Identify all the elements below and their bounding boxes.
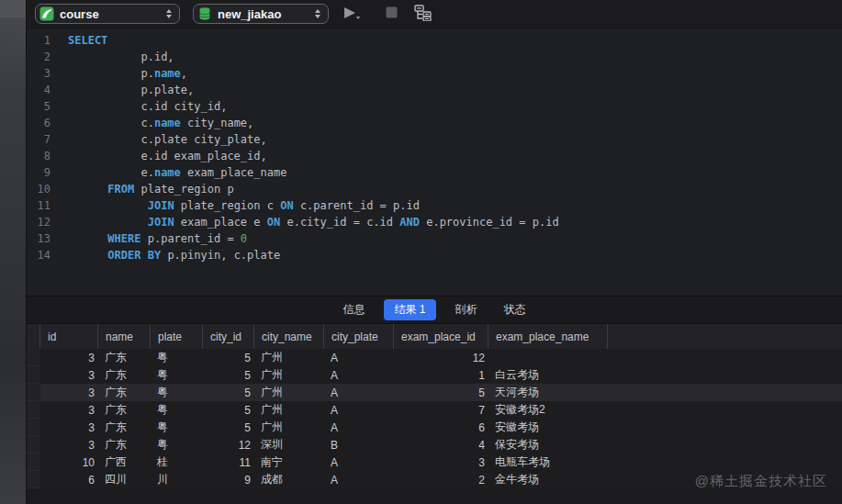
cell-exam_place_name[interactable]: 电瓶车考场 xyxy=(488,454,608,471)
cell-id[interactable]: 6 xyxy=(40,471,98,488)
cell-city_name[interactable]: 南宁 xyxy=(254,454,324,471)
cell-id[interactable]: 3 xyxy=(40,349,98,366)
code-line[interactable]: 1SELECT xyxy=(27,32,842,49)
column-header-city_plate[interactable]: city_plate xyxy=(324,324,394,349)
cell-exam_place_id[interactable]: 3 xyxy=(394,454,488,471)
sql-editor[interactable]: 1SELECT2 p.id,3 p.name,4 p.plate,5 c.id … xyxy=(27,28,842,296)
stop-button[interactable] xyxy=(386,6,398,21)
column-header-city_id[interactable]: city_id xyxy=(203,324,254,349)
code-line[interactable]: 8 e.id exam_place_id, xyxy=(27,148,842,164)
cell-plate[interactable]: 粤 xyxy=(151,419,203,436)
cell-exam_place_id[interactable]: 4 xyxy=(394,436,488,454)
cell-city_name[interactable]: 广州 xyxy=(254,384,324,401)
cell-city_plate[interactable]: A xyxy=(324,454,394,471)
table-row[interactable]: 6四川川9成都A2金牛考场 xyxy=(27,471,842,488)
cell-name[interactable]: 广东 xyxy=(98,419,151,436)
cell-exam_place_id[interactable]: 7 xyxy=(394,401,488,419)
tab-info[interactable]: 信息 xyxy=(335,299,372,320)
table-row[interactable]: 3广东粤5广州A12 xyxy=(27,349,842,366)
column-header-city_name[interactable]: city_name xyxy=(254,324,324,349)
cell-name[interactable]: 广东 xyxy=(98,436,151,454)
cell-city_plate[interactable]: A xyxy=(324,349,394,366)
cell-exam_place_id[interactable]: 6 xyxy=(394,419,488,436)
cell-city_id[interactable]: 9 xyxy=(203,471,254,488)
run-button[interactable] xyxy=(342,6,362,23)
code-line[interactable]: 14 ORDER BY p.pinyin, c.plate xyxy=(27,247,842,263)
cell-city_plate[interactable]: A xyxy=(324,366,394,384)
cell-name[interactable]: 广东 xyxy=(98,401,151,419)
cell-plate[interactable]: 粤 xyxy=(151,349,203,366)
connection-select[interactable]: course xyxy=(35,4,180,24)
cell-city_id[interactable]: 11 xyxy=(203,454,254,471)
cell-exam_place_name[interactable] xyxy=(488,349,608,366)
cell-city_name[interactable]: 广州 xyxy=(254,401,324,419)
cell-exam_place_name[interactable]: 保安考场 xyxy=(488,436,608,454)
cell-exam_place_name[interactable]: 安徽考场2 xyxy=(488,401,608,419)
cell-id[interactable]: 3 xyxy=(40,384,98,401)
cell-plate[interactable]: 桂 xyxy=(151,454,203,471)
column-header-plate[interactable]: plate xyxy=(151,324,203,349)
explain-plan-button[interactable] xyxy=(414,5,432,24)
cell-id[interactable]: 3 xyxy=(40,401,98,419)
cell-name[interactable]: 广东 xyxy=(98,366,151,384)
cell-exam_place_id[interactable]: 1 xyxy=(394,366,488,384)
cell-city_id[interactable]: 5 xyxy=(203,419,254,436)
cell-name[interactable]: 广东 xyxy=(98,349,151,366)
cell-name[interactable]: 广东 xyxy=(98,384,151,401)
cell-city_name[interactable]: 成都 xyxy=(254,471,324,488)
tab-profile[interactable]: 剖析 xyxy=(448,299,485,320)
code-line[interactable]: 6 c.name city_name, xyxy=(27,115,842,131)
schema-select[interactable]: new_jiakao xyxy=(193,4,329,24)
cell-city_plate[interactable]: A xyxy=(324,471,394,488)
cell-name[interactable]: 广西 xyxy=(98,454,151,471)
cell-plate[interactable]: 粤 xyxy=(151,436,203,454)
cell-plate[interactable]: 川 xyxy=(151,471,203,488)
cell-id[interactable]: 3 xyxy=(40,419,98,436)
cell-exam_place_id[interactable]: 2 xyxy=(394,471,488,488)
cell-id[interactable]: 10 xyxy=(40,454,98,471)
column-header-id[interactable]: id xyxy=(40,324,98,349)
cell-city_id[interactable]: 12 xyxy=(203,436,254,454)
table-row[interactable]: 3广东粤5广州A7安徽考场2 xyxy=(27,401,842,419)
table-row[interactable]: 10广西桂11南宁A3电瓶车考场 xyxy=(27,454,842,471)
tab-status[interactable]: 状态 xyxy=(497,299,533,320)
code-line[interactable]: 7 c.plate city_plate, xyxy=(27,131,842,148)
cell-city_name[interactable]: 广州 xyxy=(254,349,324,366)
column-header-name[interactable]: name xyxy=(98,324,151,349)
table-row[interactable]: 3广东粤12深圳B4保安考场 xyxy=(27,436,842,454)
cell-city_name[interactable]: 广州 xyxy=(254,419,324,436)
cell-exam_place_name[interactable]: 天河考场 xyxy=(488,384,608,401)
code-line[interactable]: 3 p.name, xyxy=(27,65,842,82)
cell-name[interactable]: 四川 xyxy=(98,471,151,488)
cell-city_plate[interactable]: B xyxy=(324,436,394,454)
cell-exam_place_name[interactable]: 白云考场 xyxy=(488,366,608,384)
code-line[interactable]: 10 FROM plate_region p xyxy=(27,181,842,197)
tab-result-1[interactable]: 结果 1 xyxy=(384,299,435,320)
code-line[interactable]: 4 p.plate, xyxy=(27,82,842,98)
cell-city_id[interactable]: 5 xyxy=(203,366,254,384)
cell-city_plate[interactable]: A xyxy=(324,384,394,401)
code-line[interactable]: 2 p.id, xyxy=(27,49,842,65)
cell-exam_place_id[interactable]: 5 xyxy=(394,384,488,401)
cell-exam_place_name[interactable]: 金牛考场 xyxy=(488,471,608,488)
table-row[interactable]: 3广东粤5广州A5天河考场 xyxy=(27,384,842,401)
cell-plate[interactable]: 粤 xyxy=(151,401,203,419)
cell-id[interactable]: 3 xyxy=(40,436,98,454)
cell-plate[interactable]: 粤 xyxy=(151,384,203,401)
code-line[interactable]: 13 WHERE p.parent_id = 0 xyxy=(27,230,842,247)
cell-plate[interactable]: 粤 xyxy=(151,366,203,384)
cell-city_id[interactable]: 5 xyxy=(203,401,254,419)
code-line[interactable]: 12 JOIN exam_place e ON e.city_id = c.id… xyxy=(27,214,842,230)
cell-city_id[interactable]: 5 xyxy=(203,349,254,366)
cell-exam_place_id[interactable]: 12 xyxy=(394,349,488,366)
code-line[interactable]: 5 c.id city_id, xyxy=(27,98,842,115)
column-header-exam_place_name[interactable]: exam_place_name xyxy=(488,324,608,349)
code-line[interactable]: 11 JOIN plate_region c ON c.parent_id = … xyxy=(27,197,842,214)
cell-city_id[interactable]: 5 xyxy=(203,384,254,401)
cell-exam_place_name[interactable]: 安徽考场 xyxy=(488,419,608,436)
column-header-exam_place_id[interactable]: exam_place_id xyxy=(394,324,488,349)
table-row[interactable]: 3广东粤5广州A1白云考场 xyxy=(27,366,842,384)
cell-city_plate[interactable]: A xyxy=(324,419,394,436)
cell-city_plate[interactable]: A xyxy=(324,401,394,419)
cell-id[interactable]: 3 xyxy=(40,366,98,384)
